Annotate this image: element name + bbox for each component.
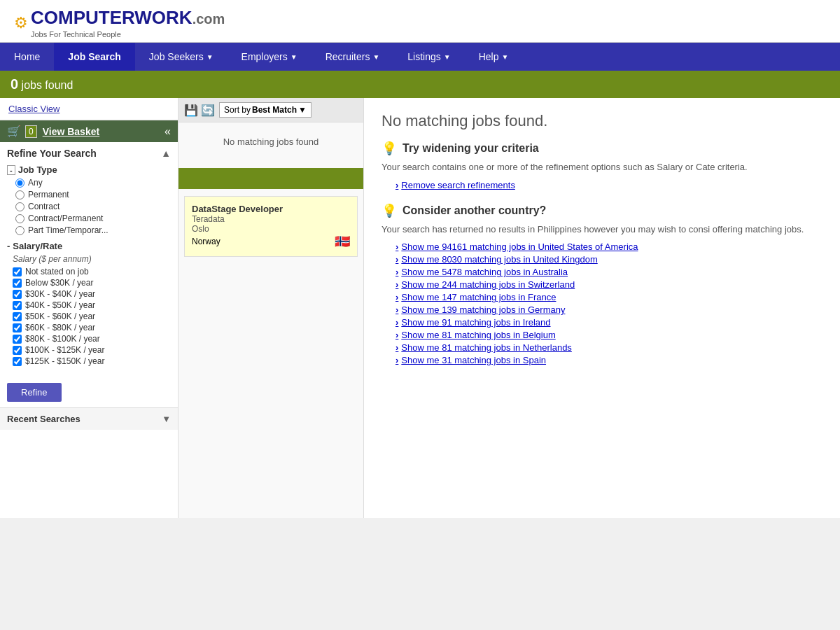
salary-header: - Salary/Rate xyxy=(7,241,171,251)
salary-100k-125k-label: $100K - $125K / year xyxy=(25,345,104,355)
radio-contract-permanent-input[interactable] xyxy=(15,214,24,223)
nav-employers-arrow: ▼ xyxy=(290,53,298,61)
salary-not-stated-input[interactable] xyxy=(13,267,22,276)
salary-60k-80k: $60K - $80K / year xyxy=(13,323,171,332)
salary-125k-150k-label: $125K - $150K / year xyxy=(25,356,104,366)
refine-collapse-icon[interactable]: ▲ xyxy=(161,148,171,159)
nav-listings-arrow: ▼ xyxy=(444,53,451,61)
view-basket-bar[interactable]: 🛒 0 View Basket « xyxy=(0,120,178,142)
center-toolbar: 💾 🔄 Sort by Best Match ▼ xyxy=(178,98,363,122)
logo-subtitle: Jobs For Technical People xyxy=(31,30,225,38)
save-icon[interactable]: 💾 xyxy=(184,104,198,117)
country-link-switzerland[interactable]: Show me 244 matching jobs in Switzerland xyxy=(396,279,822,290)
job-title: DataStage Developer xyxy=(192,204,350,214)
main-layout: Classic View 🛒 0 View Basket « Refine Yo… xyxy=(0,98,840,518)
nav-home[interactable]: Home xyxy=(0,43,54,71)
salary-80k-100k-label: $80K - $100K / year xyxy=(25,334,100,344)
classic-view-link[interactable]: Classic View xyxy=(8,104,59,114)
salary-toggle[interactable]: - xyxy=(7,241,10,251)
salary-filter: - Salary/Rate Salary ($ per annum) Not s… xyxy=(7,241,171,366)
radio-contract-permanent-label: Contract/Permanent xyxy=(28,214,103,223)
nav-recruiters[interactable]: Recruiters ▼ xyxy=(312,43,394,71)
country-link-belgium[interactable]: Show me 81 matching jobs in Belgium xyxy=(396,330,822,340)
sort-label: Sort by xyxy=(224,105,251,115)
view-basket-label: View Basket xyxy=(43,126,160,137)
norway-flag-icon: 🇳🇴 xyxy=(335,234,350,249)
country-link-france[interactable]: Show me 147 matching jobs in France xyxy=(396,292,822,302)
recent-searches-title: Recent Searches xyxy=(7,414,80,424)
refine-section: Refine Your Search ▲ - Job Type Any Perm… xyxy=(0,142,178,377)
salary-not-stated: Not stated on job xyxy=(13,267,171,276)
salary-30k-40k-input[interactable] xyxy=(13,290,22,299)
no-results-text: No matching jobs found xyxy=(223,136,319,147)
basket-arrows-icon: « xyxy=(164,125,171,138)
remove-refinements-link[interactable]: Remove search refinements xyxy=(396,180,822,190)
salary-125k-150k: $125K - $150K / year xyxy=(13,356,171,366)
logo-text: COMPUTERWORK.com xyxy=(31,7,225,29)
salary-40k-50k-input[interactable] xyxy=(13,301,22,310)
logo: ⚙ COMPUTERWORK.com Jobs For Technical Pe… xyxy=(14,7,826,38)
radio-any-label: Any xyxy=(28,178,43,188)
suggestion-2-title: Consider another country? xyxy=(402,204,546,217)
job-type-toggle[interactable]: - xyxy=(7,165,15,175)
recent-searches-bar: Recent Searches ▼ xyxy=(0,407,178,430)
suggestion-2: 💡 Consider another country? Your search … xyxy=(382,203,822,366)
salary-40k-50k: $40K - $50K / year xyxy=(13,300,171,310)
salary-60k-80k-input[interactable] xyxy=(13,323,22,332)
logo-icon: ⚙ xyxy=(14,14,28,32)
suggestion-1-title: Try widening your criteria xyxy=(402,142,539,155)
right-panel: No matching jobs found. 💡 Try widening y… xyxy=(364,98,840,518)
radio-part-time: Part Time/Temporar... xyxy=(15,225,171,235)
country-link-ireland[interactable]: Show me 91 matching jobs in Ireland xyxy=(396,317,822,328)
country-link-uk[interactable]: Show me 8030 matching jobs in United Kin… xyxy=(396,254,822,265)
radio-permanent-input[interactable] xyxy=(15,190,24,200)
nav-employers[interactable]: Employers ▼ xyxy=(227,43,312,71)
salary-below-30k-input[interactable] xyxy=(13,279,22,288)
radio-permanent-label: Permanent xyxy=(28,190,69,200)
radio-part-time-label: Part Time/Temporar... xyxy=(28,225,108,235)
country-link-germany[interactable]: Show me 139 matching jobs in Germany xyxy=(396,304,822,315)
sort-dropdown[interactable]: Sort by Best Match ▼ xyxy=(219,102,312,118)
job-card[interactable]: DataStage Developer Teradata Oslo Norway… xyxy=(184,196,358,257)
nav-job-seekers[interactable]: Job Seekers ▼ xyxy=(135,43,227,71)
salary-per-annum-label: Salary ($ per annum) xyxy=(13,254,171,264)
country-link-usa[interactable]: Show me 94161 matching jobs in United St… xyxy=(396,241,822,252)
basket-count: 0 xyxy=(25,125,37,138)
suggestion-1: 💡 Try widening your criteria Your search… xyxy=(382,141,822,190)
job-type-label: Job Type xyxy=(18,164,57,175)
salary-30k-40k-label: $30K - $40K / year xyxy=(25,289,95,299)
refine-button[interactable]: Refine xyxy=(7,383,62,402)
recent-searches-toggle[interactable]: ▼ xyxy=(162,414,171,424)
nav-listings[interactable]: Listings ▼ xyxy=(393,43,464,71)
nav-help-arrow: ▼ xyxy=(502,53,509,61)
radio-contract-input[interactable] xyxy=(15,202,24,211)
salary-80k-100k-input[interactable] xyxy=(13,335,22,344)
salary-40k-50k-label: $40K - $50K / year xyxy=(25,300,95,310)
salary-60k-80k-label: $60K - $80K / year xyxy=(25,323,95,332)
nav-job-search[interactable]: Job Search xyxy=(54,43,134,71)
refine-button-wrap: Refine xyxy=(0,377,178,407)
sort-value: Best Match xyxy=(252,105,297,115)
country-link-spain[interactable]: Show me 31 matching jobs in Spain xyxy=(396,355,822,365)
nav-bar: Home Job Search Job Seekers ▼ Employers … xyxy=(0,43,840,71)
refine-header: Refine Your Search ▲ xyxy=(7,148,171,159)
salary-50k-60k-input[interactable] xyxy=(13,312,22,321)
basket-icon: 🛒 xyxy=(7,125,21,138)
logo-dotcom: .com xyxy=(192,11,225,27)
nav-recruiters-arrow: ▼ xyxy=(372,53,379,61)
classic-view-bar: Classic View xyxy=(0,98,178,120)
job-type-filter: - Job Type Any Permanent Contract xyxy=(7,164,171,235)
sort-dropdown-arrow-icon: ▼ xyxy=(298,105,307,115)
radio-part-time-input[interactable] xyxy=(15,226,24,235)
nav-help[interactable]: Help ▼ xyxy=(465,43,523,71)
radio-any: Any xyxy=(15,178,171,188)
salary-80k-100k: $80K - $100K / year xyxy=(13,334,171,344)
jobs-found-text: jobs found xyxy=(18,79,73,91)
radio-any-input[interactable] xyxy=(15,178,24,188)
salary-125k-150k-input[interactable] xyxy=(13,357,22,366)
no-match-title: No matching jobs found. xyxy=(382,112,822,130)
refresh-icon[interactable]: 🔄 xyxy=(201,104,215,117)
country-link-australia[interactable]: Show me 5478 matching jobs in Australia xyxy=(396,267,822,277)
salary-100k-125k-input[interactable] xyxy=(13,346,22,355)
country-link-netherlands[interactable]: Show me 81 matching jobs in Netherlands xyxy=(396,342,822,353)
